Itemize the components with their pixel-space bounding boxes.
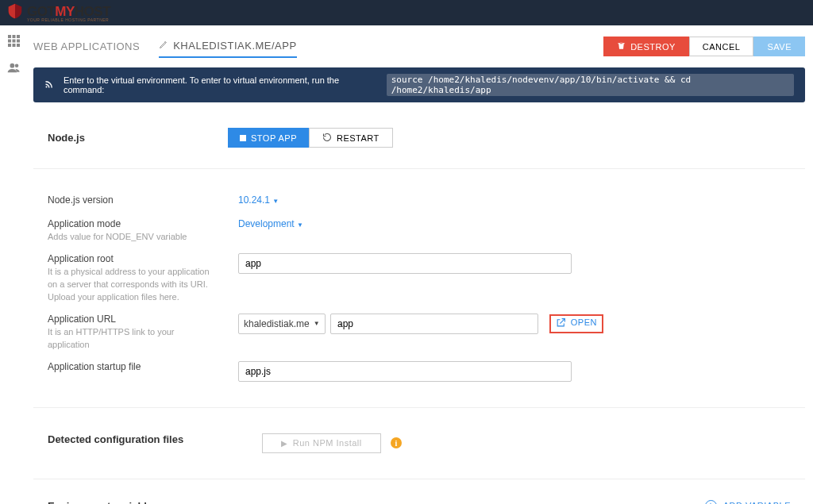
save-button[interactable]: SAVE <box>753 37 805 56</box>
divider <box>33 479 805 479</box>
grid-icon[interactable] <box>8 35 20 50</box>
breadcrumb-section[interactable]: WEB APPLICATIONS <box>33 40 140 52</box>
app-mode-select[interactable]: Development ▼ <box>238 218 303 229</box>
page-header: WEB APPLICATIONS KHALEDISTIAK.ME/APP DES… <box>33 32 805 67</box>
pencil-icon <box>159 40 168 52</box>
breadcrumb-current-label: KHALEDISTIAK.ME/APP <box>173 40 296 52</box>
svg-rect-3 <box>8 40 11 43</box>
shield-icon <box>6 2 24 24</box>
startup-file-input[interactable] <box>238 361 572 382</box>
play-icon: ▶ <box>281 439 288 448</box>
open-highlight: OPEN <box>549 314 603 333</box>
destroy-label: DESTROY <box>630 42 676 52</box>
open-label: OPEN <box>571 317 597 327</box>
sub-app-root: It is a physical address to your applica… <box>48 266 214 304</box>
label-app-url: Application URL <box>48 314 238 325</box>
svg-rect-7 <box>12 44 15 47</box>
brand-tagline: YOUR RELIABLE HOSTING PARTNER <box>27 17 110 22</box>
info-alert: Enter to the virtual environment. To ent… <box>33 67 805 102</box>
restart-button[interactable]: RESTART <box>309 128 393 148</box>
app-root-input[interactable] <box>238 253 572 274</box>
plus-circle-icon: + <box>705 500 717 504</box>
config-heading: Detected configuration files <box>48 433 262 445</box>
divider <box>33 168 805 169</box>
svg-point-10 <box>14 63 18 67</box>
restart-icon <box>322 133 332 144</box>
stop-app-button[interactable]: STOP APP <box>228 128 309 148</box>
sidebar <box>0 25 27 504</box>
run-npm-install-button[interactable]: ▶ Run NPM Install <box>262 433 381 453</box>
env-heading: Environment variables <box>48 500 158 504</box>
nodejs-version-select[interactable]: 10.24.1 ▼ <box>238 194 279 206</box>
label-nodejs-version: Node.js version <box>48 194 238 206</box>
destroy-button[interactable]: DESTROY <box>603 37 689 56</box>
app-url-domain-select[interactable]: khaledistiak.me▼ <box>238 314 326 334</box>
trash-icon <box>617 41 626 52</box>
sub-app-mode: Adds value for NODE_ENV variable <box>48 231 214 244</box>
top-bar: GOTMYHOST YOUR RELIABLE HOSTING PARTNER <box>0 0 813 25</box>
add-variable-button[interactable]: + ADD VARIABLE <box>705 500 791 504</box>
breadcrumb-current: KHALEDISTIAK.ME/APP <box>159 40 296 58</box>
npm-label: Run NPM Install <box>293 438 362 448</box>
warning-icon[interactable]: i <box>391 437 402 448</box>
add-variable-label: ADD VARIABLE <box>723 501 791 504</box>
external-link-icon <box>556 317 566 328</box>
label-startup-file: Application startup file <box>48 361 238 372</box>
svg-rect-5 <box>17 40 20 43</box>
app-panel: Node.js STOP APP RESTART Node <box>33 115 805 504</box>
caret-down-icon: ▼ <box>295 221 303 229</box>
sub-app-url: It is an HTTP/HTTPS link to your applica… <box>48 326 214 352</box>
svg-rect-2 <box>17 35 20 38</box>
restart-label: RESTART <box>337 133 380 143</box>
rss-icon <box>44 79 54 90</box>
svg-rect-4 <box>12 40 15 43</box>
app-url-domain-value: khaledistiak.me <box>244 318 310 329</box>
stop-icon <box>240 135 246 141</box>
svg-rect-6 <box>8 44 11 47</box>
svg-point-9 <box>10 63 14 68</box>
svg-point-11 <box>46 87 48 88</box>
alert-text: Enter to the virtual environment. To ent… <box>64 75 377 94</box>
stop-label: STOP APP <box>251 133 297 143</box>
users-icon[interactable] <box>7 61 21 78</box>
svg-rect-8 <box>17 44 20 47</box>
app-mode-value: Development <box>238 218 295 229</box>
nodejs-version-value: 10.24.1 <box>238 194 270 206</box>
caret-down-icon: ▼ <box>314 320 320 327</box>
nodejs-heading: Node.js <box>48 132 85 144</box>
label-app-root: Application root <box>48 253 238 264</box>
open-button[interactable]: OPEN <box>556 317 597 328</box>
brand-logo[interactable]: GOTMYHOST YOUR RELIABLE HOSTING PARTNER <box>6 2 110 24</box>
caret-down-icon: ▼ <box>271 198 279 205</box>
divider <box>33 407 805 408</box>
alert-command[interactable]: source /home2/khaledis/nodevenv/app/10/b… <box>387 74 794 96</box>
svg-rect-1 <box>12 35 15 38</box>
cancel-button[interactable]: CANCEL <box>689 37 754 56</box>
label-app-mode: Application mode <box>48 218 238 229</box>
svg-rect-0 <box>8 35 11 38</box>
app-url-path-input[interactable] <box>330 314 538 334</box>
